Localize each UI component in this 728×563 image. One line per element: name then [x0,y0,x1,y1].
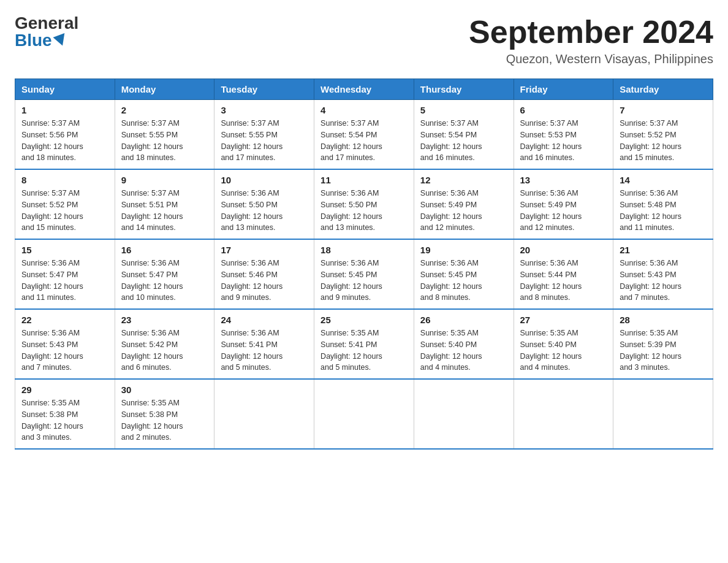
day-info: Sunrise: 5:37 AMSunset: 5:55 PMDaylight:… [221,118,308,164]
calendar-cell [214,379,314,449]
day-info: Sunrise: 5:37 AMSunset: 5:53 PMDaylight:… [520,118,607,164]
day-number: 4 [320,105,408,115]
day-info: Sunrise: 5:36 AMSunset: 5:49 PMDaylight:… [420,188,507,234]
day-number: 25 [320,315,408,325]
day-number: 5 [420,105,507,115]
calendar-cell: 11 Sunrise: 5:36 AMSunset: 5:50 PMDaylig… [314,169,414,239]
calendar-cell: 3 Sunrise: 5:37 AMSunset: 5:55 PMDayligh… [214,100,314,170]
calendar-cell: 20 Sunrise: 5:36 AMSunset: 5:44 PMDaylig… [514,239,613,309]
day-number: 22 [21,315,108,325]
day-info: Sunrise: 5:35 AMSunset: 5:38 PMDaylight:… [21,397,108,443]
day-info: Sunrise: 5:36 AMSunset: 5:49 PMDaylight:… [520,188,607,234]
day-info: Sunrise: 5:36 AMSunset: 5:47 PMDaylight:… [21,258,108,304]
calendar-cell: 24 Sunrise: 5:36 AMSunset: 5:41 PMDaylig… [214,309,314,379]
logo-general-text: General [15,15,78,32]
calendar-cell [314,379,414,449]
day-number: 13 [520,175,607,185]
calendar-week-row: 29 Sunrise: 5:35 AMSunset: 5:38 PMDaylig… [15,379,713,449]
day-info: Sunrise: 5:35 AMSunset: 5:41 PMDaylight:… [320,327,408,373]
day-number: 18 [320,245,408,255]
day-number: 3 [221,105,308,115]
calendar-cell: 8 Sunrise: 5:37 AMSunset: 5:52 PMDayligh… [15,169,115,239]
calendar-cell: 15 Sunrise: 5:36 AMSunset: 5:47 PMDaylig… [15,239,115,309]
logo: General Blue [15,15,78,49]
day-info: Sunrise: 5:35 AMSunset: 5:38 PMDaylight:… [121,397,208,443]
calendar-week-row: 8 Sunrise: 5:37 AMSunset: 5:52 PMDayligh… [15,169,713,239]
calendar-cell: 29 Sunrise: 5:35 AMSunset: 5:38 PMDaylig… [15,379,115,449]
calendar-cell: 18 Sunrise: 5:36 AMSunset: 5:45 PMDaylig… [314,239,414,309]
day-number: 14 [620,175,707,185]
calendar-cell: 10 Sunrise: 5:36 AMSunset: 5:50 PMDaylig… [214,169,314,239]
day-number: 20 [520,245,607,255]
calendar-header-tuesday: Tuesday [214,79,314,100]
day-info: Sunrise: 5:37 AMSunset: 5:52 PMDaylight:… [620,118,707,164]
calendar-cell: 1 Sunrise: 5:37 AMSunset: 5:56 PMDayligh… [15,100,115,170]
day-info: Sunrise: 5:36 AMSunset: 5:50 PMDaylight:… [221,188,308,234]
calendar-header-sunday: Sunday [15,79,115,100]
day-info: Sunrise: 5:36 AMSunset: 5:50 PMDaylight:… [320,188,408,234]
day-info: Sunrise: 5:37 AMSunset: 5:54 PMDaylight:… [320,118,408,164]
calendar-cell: 5 Sunrise: 5:37 AMSunset: 5:54 PMDayligh… [414,100,514,170]
calendar-cell: 27 Sunrise: 5:35 AMSunset: 5:40 PMDaylig… [514,309,613,379]
logo-blue-text: Blue [15,32,67,49]
day-number: 8 [21,175,108,185]
day-info: Sunrise: 5:36 AMSunset: 5:42 PMDaylight:… [121,327,208,373]
calendar-cell: 22 Sunrise: 5:36 AMSunset: 5:43 PMDaylig… [15,309,115,379]
day-number: 6 [520,105,607,115]
day-number: 1 [21,105,108,115]
day-info: Sunrise: 5:36 AMSunset: 5:45 PMDaylight:… [320,258,408,304]
day-info: Sunrise: 5:36 AMSunset: 5:46 PMDaylight:… [221,258,308,304]
page-header: General Blue September 2024 Quezon, West… [15,15,713,66]
calendar-cell: 17 Sunrise: 5:36 AMSunset: 5:46 PMDaylig… [214,239,314,309]
day-number: 27 [520,315,607,325]
day-info: Sunrise: 5:37 AMSunset: 5:54 PMDaylight:… [420,118,507,164]
calendar-cell: 13 Sunrise: 5:36 AMSunset: 5:49 PMDaylig… [514,169,613,239]
calendar-table: SundayMondayTuesdayWednesdayThursdayFrid… [15,79,713,450]
calendar-week-row: 22 Sunrise: 5:36 AMSunset: 5:43 PMDaylig… [15,309,713,379]
day-number: 10 [221,175,308,185]
day-number: 2 [121,105,208,115]
calendar-cell: 6 Sunrise: 5:37 AMSunset: 5:53 PMDayligh… [514,100,613,170]
calendar-cell: 25 Sunrise: 5:35 AMSunset: 5:41 PMDaylig… [314,309,414,379]
day-info: Sunrise: 5:36 AMSunset: 5:43 PMDaylight:… [620,258,707,304]
day-info: Sunrise: 5:35 AMSunset: 5:39 PMDaylight:… [620,327,707,373]
day-info: Sunrise: 5:35 AMSunset: 5:40 PMDaylight:… [420,327,507,373]
day-info: Sunrise: 5:37 AMSunset: 5:52 PMDaylight:… [21,188,108,234]
calendar-cell: 23 Sunrise: 5:36 AMSunset: 5:42 PMDaylig… [115,309,214,379]
day-number: 9 [121,175,208,185]
calendar-header-friday: Friday [514,79,613,100]
day-info: Sunrise: 5:36 AMSunset: 5:44 PMDaylight:… [520,258,607,304]
calendar-cell: 7 Sunrise: 5:37 AMSunset: 5:52 PMDayligh… [613,100,713,170]
calendar-cell: 4 Sunrise: 5:37 AMSunset: 5:54 PMDayligh… [314,100,414,170]
calendar-cell [514,379,613,449]
day-info: Sunrise: 5:36 AMSunset: 5:47 PMDaylight:… [121,258,208,304]
day-number: 30 [121,385,208,395]
day-number: 12 [420,175,507,185]
day-info: Sunrise: 5:37 AMSunset: 5:51 PMDaylight:… [121,188,208,234]
calendar-header-thursday: Thursday [414,79,514,100]
day-number: 28 [620,315,707,325]
day-info: Sunrise: 5:35 AMSunset: 5:40 PMDaylight:… [520,327,607,373]
calendar-cell: 26 Sunrise: 5:35 AMSunset: 5:40 PMDaylig… [414,309,514,379]
calendar-header-row: SundayMondayTuesdayWednesdayThursdayFrid… [15,79,713,100]
day-number: 11 [320,175,408,185]
day-number: 17 [221,245,308,255]
day-info: Sunrise: 5:36 AMSunset: 5:41 PMDaylight:… [221,327,308,373]
day-number: 15 [21,245,108,255]
calendar-cell: 16 Sunrise: 5:36 AMSunset: 5:47 PMDaylig… [115,239,214,309]
calendar-cell: 9 Sunrise: 5:37 AMSunset: 5:51 PMDayligh… [115,169,214,239]
calendar-cell: 30 Sunrise: 5:35 AMSunset: 5:38 PMDaylig… [115,379,214,449]
calendar-cell: 21 Sunrise: 5:36 AMSunset: 5:43 PMDaylig… [613,239,713,309]
calendar-cell [414,379,514,449]
day-info: Sunrise: 5:37 AMSunset: 5:55 PMDaylight:… [121,118,208,164]
calendar-header-saturday: Saturday [613,79,713,100]
logo-triangle-icon [53,33,68,48]
day-number: 23 [121,315,208,325]
day-number: 7 [620,105,707,115]
day-number: 24 [221,315,308,325]
month-title: September 2024 [469,15,713,50]
day-info: Sunrise: 5:36 AMSunset: 5:45 PMDaylight:… [420,258,507,304]
day-number: 16 [121,245,208,255]
calendar-week-row: 15 Sunrise: 5:36 AMSunset: 5:47 PMDaylig… [15,239,713,309]
calendar-header-wednesday: Wednesday [314,79,414,100]
